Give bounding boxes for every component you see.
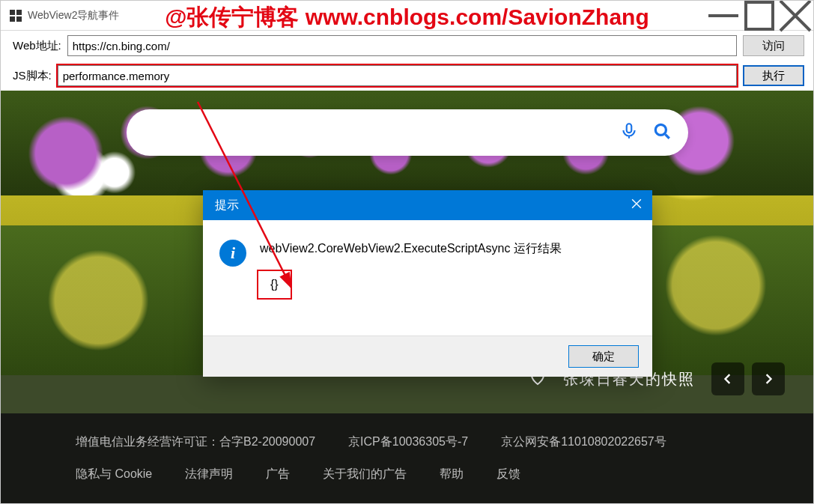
microphone-icon[interactable] [619,121,639,144]
close-button[interactable] [777,1,813,31]
dialog-close-button[interactable] [631,198,642,212]
execute-button[interactable]: 执行 [743,65,804,86]
svg-point-2 [655,124,666,135]
footer-link[interactable]: 广告 [266,467,290,482]
footer-link[interactable]: 关于我们的广告 [323,467,407,482]
dialog-title: 提示 [215,198,239,213]
dialog-result-highlight: {} [257,270,292,300]
url-input[interactable] [67,35,737,56]
dialog-result-value: {} [270,278,279,291]
js-toolbar: JS脚本: 执行 [1,61,813,91]
footer-link[interactable]: 隐私与 Cookie [76,467,152,482]
svg-rect-0 [746,2,773,29]
bing-search-box[interactable] [127,109,688,156]
js-input[interactable] [58,65,737,86]
search-icon[interactable] [652,121,672,144]
footer-link[interactable]: 反馈 [496,467,520,482]
url-label: Web地址: [13,39,61,53]
dialog-message: webView2.CoreWebView2.ExecuteScriptAsync… [260,240,562,258]
prev-image-button[interactable] [711,362,744,395]
svg-rect-1 [626,124,631,133]
window-titlebar: WebView2导航事件 [1,1,813,31]
footer-row-1: 增值电信业务经营许可证：合字B2-20090007 京ICP备10036305号… [76,434,738,450]
window-title: WebView2导航事件 [28,9,119,22]
footer-link[interactable]: 京ICP备10036305号-7 [348,434,468,450]
dialog-ok-button[interactable]: 确定 [568,345,639,368]
dialog-titlebar: 提示 [203,190,652,220]
next-image-button[interactable] [752,362,785,395]
bing-footer: 增值电信业务经营许可证：合字B2-20090007 京ICP备10036305号… [1,413,813,503]
info-icon: i [219,240,246,267]
result-dialog: 提示 i webView2.CoreWebView2.ExecuteScript… [203,190,652,377]
minimize-button[interactable] [705,1,741,31]
footer-row-2: 隐私与 Cookie 法律声明 广告 关于我们的广告 帮助 反馈 [76,467,738,482]
footer-link[interactable]: 增值电信业务经营许可证：合字B2-20090007 [76,434,315,450]
dialog-footer: 确定 [203,336,652,377]
footer-link[interactable]: 京公网安备11010802022657号 [501,434,666,450]
url-toolbar: Web地址: 访问 [1,31,813,61]
footer-link[interactable]: 法律声明 [185,467,233,482]
app-icon [10,10,22,22]
navigate-button[interactable]: 访问 [743,35,804,56]
maximize-button[interactable] [741,1,777,31]
footer-link[interactable]: 帮助 [440,467,464,482]
dialog-message-block: webView2.CoreWebView2.ExecuteScriptAsync… [260,240,562,300]
js-label: JS脚本: [13,69,52,83]
